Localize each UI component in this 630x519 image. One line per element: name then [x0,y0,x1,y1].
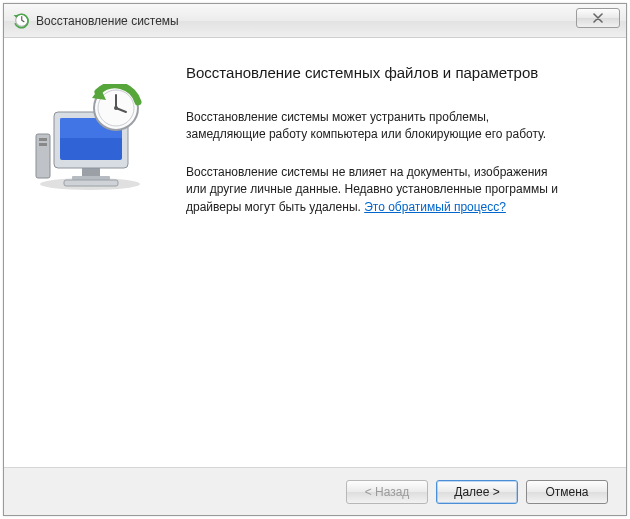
reversible-process-link[interactable]: Это обратимый процесс? [364,200,506,214]
paragraph-1: Восстановление системы может устранить п… [186,109,566,144]
text-pane: Восстановление системных файлов и параме… [178,60,602,457]
paragraph-2: Восстановление системы не влияет на доку… [186,164,566,216]
page-heading: Восстановление системных файлов и параме… [186,64,602,81]
svg-rect-3 [39,138,47,141]
content-area: Восстановление системных файлов и параме… [4,38,626,467]
system-restore-illustration [28,84,158,194]
close-icon [592,13,604,23]
svg-rect-6 [72,176,110,180]
close-button[interactable] [576,8,620,28]
svg-rect-4 [39,143,47,146]
back-button: < Назад [346,480,428,504]
next-button[interactable]: Далее > [436,480,518,504]
cancel-button[interactable]: Отмена [526,480,608,504]
svg-rect-15 [64,180,118,186]
wizard-window: Восстановление системы [3,3,627,516]
window-title: Восстановление системы [36,14,179,28]
titlebar: Восстановление системы [4,4,626,38]
button-bar: < Назад Далее > Отмена [4,467,626,515]
svg-point-14 [114,106,118,110]
svg-rect-5 [82,168,100,176]
illustration-pane [28,60,178,457]
system-restore-icon [12,12,30,30]
